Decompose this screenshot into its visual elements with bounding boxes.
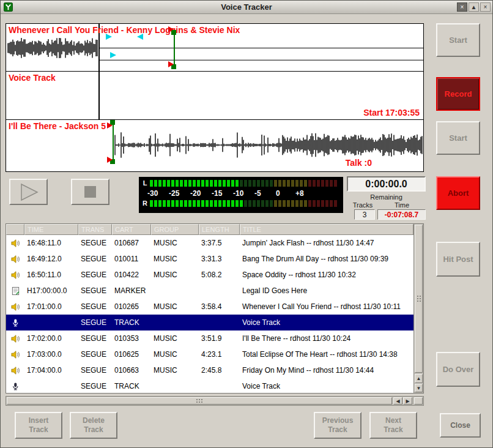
header-icon-column bbox=[6, 224, 24, 235]
pointer-marker-icon[interactable] bbox=[168, 61, 174, 67]
meter-segment bbox=[283, 180, 286, 187]
track-icon bbox=[6, 382, 24, 391]
cell-cart: MARKER bbox=[112, 283, 151, 299]
meter-segment bbox=[330, 180, 333, 187]
scroll-down-icon[interactable]: ▼ bbox=[415, 384, 423, 392]
audio-icon bbox=[6, 271, 24, 280]
cell-cart: 010265 bbox=[112, 299, 151, 315]
meter-segment bbox=[261, 180, 264, 187]
window-menu-icon[interactable]: × bbox=[480, 2, 491, 12]
meter-scale-label: -30 bbox=[147, 189, 158, 198]
scroll-right-icon[interactable]: ▶ bbox=[403, 397, 412, 405]
cell-time: 17:01:00.0 bbox=[24, 299, 78, 315]
log-row[interactable]: 16:48:11.0SEGUE010687MUSIC3:37.5Jumpin' … bbox=[6, 235, 413, 251]
delete-track-button[interactable]: Delete Track bbox=[70, 412, 117, 439]
meter-segment bbox=[231, 180, 234, 187]
fade-marker-icon[interactable] bbox=[137, 34, 143, 40]
hit-post-button[interactable]: Hit Post bbox=[436, 242, 480, 277]
audio-icon bbox=[6, 350, 24, 359]
meter-segment bbox=[167, 200, 170, 207]
vertical-scrollbar-thumb[interactable] bbox=[415, 225, 423, 373]
pointer-marker-icon[interactable] bbox=[168, 26, 174, 32]
cell-cart: 010663 bbox=[112, 362, 151, 378]
start-button-mid[interactable]: Start bbox=[436, 121, 480, 155]
maximize-icon[interactable]: ▲ bbox=[469, 2, 479, 12]
meter-scale-label: -5 bbox=[254, 189, 261, 198]
left-channel-label: L bbox=[141, 180, 149, 187]
vertical-scrollbar[interactable]: ▲ ▼ bbox=[413, 224, 423, 393]
insert-track-button[interactable]: Insert Track bbox=[15, 412, 62, 439]
cell-group: MUSIC bbox=[151, 330, 199, 346]
right-channel-label: R bbox=[141, 200, 149, 207]
track-strip-2[interactable]: Voice Track Start 17:03:55 bbox=[6, 72, 423, 120]
meter-segment bbox=[210, 200, 213, 207]
cell-title: Jumpin' Jack Flash -- rdhost 11/30 14:47 bbox=[240, 235, 413, 251]
track-strip-3[interactable]: I'll Be There - Jackson 5 Talk :0 bbox=[6, 120, 423, 171]
horizontal-scrollbar[interactable]: ◀ ▶ bbox=[6, 396, 424, 406]
cell-length: 5:08.2 bbox=[199, 267, 240, 283]
meter-segment bbox=[287, 200, 290, 207]
meter-segment bbox=[218, 200, 221, 207]
cell-length: 4:23.1 bbox=[199, 346, 240, 362]
button-label: Previous bbox=[322, 416, 354, 425]
meter-segment bbox=[257, 180, 260, 187]
next-track-button[interactable]: Next Track bbox=[369, 412, 417, 439]
do-over-button[interactable]: Do Over bbox=[436, 352, 480, 387]
start-button-top[interactable]: Start bbox=[436, 23, 480, 57]
meter-segment bbox=[321, 200, 324, 207]
scroll-left-icon[interactable]: ◀ bbox=[393, 397, 402, 405]
meter-segment bbox=[163, 200, 166, 207]
meter-segment bbox=[304, 180, 307, 187]
fade-marker-icon[interactable] bbox=[106, 34, 112, 40]
log-row[interactable]: 17:04:00.0SEGUE010663MUSIC2:45.8Friday O… bbox=[6, 362, 413, 378]
abort-button[interactable]: Abort bbox=[436, 176, 480, 210]
cell-title: Total Eclipse Of The Heart -- rdhost 11/… bbox=[240, 346, 413, 362]
log-row[interactable]: 17:02:00.0SEGUE010353MUSIC3:51.9I'll Be … bbox=[6, 330, 413, 346]
log-row[interactable]: 16:49:12.0SEGUE010011MUSIC3:31.3Bang The… bbox=[6, 251, 413, 267]
track-strip-1[interactable]: Whenever I Call You Friend - Kenny Loggi… bbox=[6, 24, 423, 72]
meter-segment bbox=[176, 180, 179, 187]
log-row[interactable]: 17:01:00.0SEGUE010265MUSIC3:58.4Whenever… bbox=[6, 299, 413, 315]
cell-group: MUSIC bbox=[151, 362, 199, 378]
meter-segment bbox=[167, 180, 170, 187]
meter-segment bbox=[334, 180, 337, 187]
meter-segment bbox=[304, 200, 307, 207]
log-row[interactable]: 17:03:00.0SEGUE010625MUSIC4:23.1Total Ec… bbox=[6, 346, 413, 362]
scrollbar-corner bbox=[414, 397, 423, 405]
cell-trans: SEGUE bbox=[78, 299, 112, 315]
meter-segment bbox=[210, 180, 213, 187]
scroll-up-icon[interactable]: ▲ bbox=[415, 374, 423, 383]
log-row[interactable]: SEGUETRACKVoice Track bbox=[6, 315, 413, 330]
start-marker-line[interactable] bbox=[113, 121, 114, 162]
cell-trans: SEGUE bbox=[78, 235, 112, 251]
previous-track-button[interactable]: Previous Track bbox=[314, 412, 361, 439]
close-button[interactable]: Close bbox=[440, 413, 481, 438]
log-row[interactable]: 16:50:11.0SEGUE010422MUSIC5:08.2Space Od… bbox=[6, 267, 413, 283]
pointer-marker-icon[interactable] bbox=[107, 157, 113, 163]
meter-segment bbox=[253, 200, 256, 207]
titlebar[interactable]: Voice Tracker × ▲ × bbox=[1, 1, 492, 14]
play-button[interactable] bbox=[9, 179, 48, 205]
log-row[interactable]: H17:00:00.0SEGUEMARKERLegal ID Goes Here bbox=[6, 283, 413, 299]
end-marker-line[interactable] bbox=[174, 31, 175, 68]
cell-cart: 010625 bbox=[112, 346, 151, 362]
app-icon bbox=[4, 2, 13, 12]
log-row[interactable]: SEGUETRACKVoice Track bbox=[6, 378, 413, 393]
button-label: Track bbox=[328, 425, 347, 435]
fade-marker-icon[interactable] bbox=[110, 52, 116, 58]
close-icon[interactable]: × bbox=[457, 2, 467, 12]
meter-segment bbox=[218, 180, 221, 187]
meter-segment bbox=[325, 200, 328, 207]
meter-segment bbox=[193, 180, 196, 187]
stop-button[interactable] bbox=[71, 179, 109, 205]
marker-icon bbox=[6, 286, 24, 296]
audio-icon bbox=[6, 334, 24, 343]
horizontal-scrollbar-thumb[interactable] bbox=[7, 397, 392, 405]
button-label: Insert bbox=[29, 416, 49, 425]
meter-segment bbox=[278, 200, 281, 207]
cell-group: MUSIC bbox=[151, 251, 199, 267]
pointer-marker-icon[interactable] bbox=[107, 122, 113, 129]
record-button[interactable]: Record bbox=[436, 77, 480, 111]
track-icon bbox=[6, 318, 24, 327]
cell-group: MUSIC bbox=[151, 267, 199, 283]
